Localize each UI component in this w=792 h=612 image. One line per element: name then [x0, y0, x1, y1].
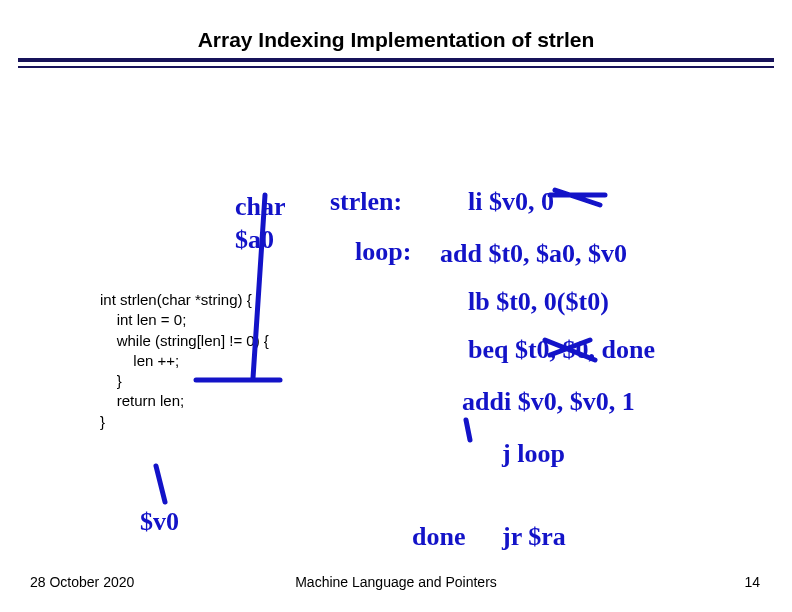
ink-asm-label1: strlen:	[330, 187, 402, 216]
footer-topic: Machine Language and Pointers	[0, 574, 792, 590]
slide-title: Array Indexing Implementation of strlen	[0, 0, 792, 58]
ink-asm-5: addi $v0, $v0, 1	[462, 387, 635, 416]
ink-asm-label3: done	[412, 522, 465, 551]
code-line: while (string[len] != 0) {	[100, 332, 269, 349]
ink-asm-1: li $v0, 0	[468, 187, 554, 216]
ink-asm-label2: loop:	[355, 237, 411, 266]
code-line: int len = 0;	[100, 311, 186, 328]
code-line: }	[100, 372, 122, 389]
ink-asm-2: add $t0, $a0, $v0	[440, 239, 627, 268]
code-line: return len;	[100, 392, 184, 409]
code-line: len ++;	[100, 352, 179, 369]
ink-asm-3: lb $t0, 0($t0)	[468, 287, 609, 316]
code-line: }	[100, 413, 105, 430]
title-divider	[18, 58, 774, 68]
footer-page: 14	[744, 574, 760, 590]
code-block: int strlen(char *string) { int len = 0; …	[100, 290, 269, 432]
ink-annot-len: $v0	[140, 507, 179, 536]
ink-annot-type: char	[235, 192, 286, 221]
ink-asm-4: beq $t0, $0, done	[468, 335, 655, 364]
ink-asm-6: j loop	[501, 439, 565, 468]
ink-asm-7: jr $ra	[501, 522, 566, 551]
code-line: int strlen(char *string) {	[100, 291, 252, 308]
ink-annot-string: $a0	[235, 225, 274, 254]
